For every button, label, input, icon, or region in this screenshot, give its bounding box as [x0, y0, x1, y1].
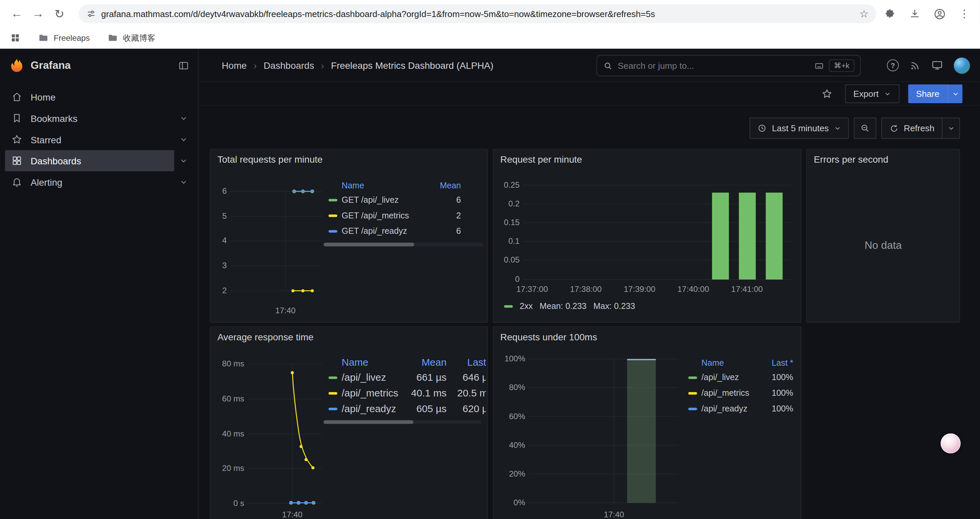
- sidebar-link-starred[interactable]: Starred: [5, 129, 174, 150]
- search-input[interactable]: [618, 61, 810, 71]
- forward-icon: →: [32, 7, 44, 21]
- sidebar-link-alerting[interactable]: Alerting: [5, 171, 174, 193]
- bookmark-star-icon[interactable]: ☆: [858, 7, 870, 21]
- panel-title[interactable]: Total requests per minute: [218, 154, 323, 164]
- series-mean: 605 µs: [408, 403, 447, 414]
- legend-row: /api/_readyz 605 µs 620 µs: [323, 401, 486, 417]
- legend-header: Name Mean: [323, 178, 483, 192]
- legend-row: /api/_readyz 100%: [684, 401, 799, 417]
- floating-avatar[interactable]: [941, 433, 961, 454]
- news-rss-icon[interactable]: [909, 60, 921, 71]
- y-tick: 2: [213, 286, 227, 295]
- panel-title[interactable]: Request per minute: [500, 154, 582, 164]
- forward-button[interactable]: →: [27, 3, 49, 24]
- series-name[interactable]: /api/_readyz: [342, 403, 407, 414]
- series-swatch: [688, 392, 697, 394]
- series-name[interactable]: /api/_livez: [702, 373, 756, 382]
- breadcrumb-dashboards[interactable]: Dashboards: [264, 60, 314, 71]
- export-button[interactable]: Export: [845, 84, 899, 103]
- sidebar-header: Grafana: [0, 49, 198, 83]
- series-name[interactable]: GET /api/_livez: [342, 195, 423, 204]
- refresh-button[interactable]: Refresh: [882, 118, 942, 138]
- y-tick: 40%: [495, 440, 525, 450]
- legend-col-name[interactable]: Name: [329, 180, 424, 190]
- reload-button[interactable]: ↻: [49, 3, 70, 24]
- chevron-down-icon[interactable]: [174, 156, 193, 165]
- y-tick: 60%: [495, 412, 525, 421]
- series-mean: 661 µs: [408, 372, 447, 383]
- site-settings-icon[interactable]: [86, 9, 96, 19]
- series-name[interactable]: 2xx: [520, 302, 533, 311]
- chevron-down-icon[interactable]: [174, 178, 193, 186]
- panel-title[interactable]: Errors per second: [814, 154, 888, 164]
- legend-scrollbar-thumb[interactable]: [323, 420, 414, 424]
- legend-col-mean[interactable]: Mean: [424, 180, 461, 190]
- breadcrumb-home[interactable]: Home: [222, 60, 247, 71]
- grafana-app: Grafana Home: [0, 49, 980, 519]
- bell-icon: [11, 176, 23, 188]
- series-name[interactable]: GET /api/_readyz: [342, 227, 423, 236]
- series-last: 100%: [756, 388, 793, 398]
- series-name[interactable]: /api/_livez: [342, 372, 407, 383]
- panel-legend: Name Mean Last * /api/_livez 661 µs 646 …: [323, 356, 486, 424]
- sidebar-collapse-icon[interactable]: [178, 60, 189, 72]
- apps-grid-icon[interactable]: [10, 32, 21, 43]
- share-button[interactable]: Share: [908, 84, 948, 103]
- bookmark-folder-blogs[interactable]: 收藏博客: [107, 32, 156, 43]
- profile-icon[interactable]: [931, 6, 948, 22]
- bookmark-icon: [11, 113, 23, 124]
- y-tick: 0%: [495, 498, 525, 507]
- legend-col-last[interactable]: Last *: [447, 357, 486, 368]
- legend-col-name[interactable]: Name: [329, 357, 408, 368]
- time-range-picker[interactable]: Last 5 minutes: [749, 118, 849, 139]
- panel-title[interactable]: Average response time: [218, 331, 313, 342]
- zoom-out-button[interactable]: [854, 118, 876, 139]
- browser-menu-icon[interactable]: ⋮: [956, 6, 973, 22]
- legend-col-last[interactable]: Last *: [756, 358, 793, 367]
- chevron-down-icon[interactable]: [174, 114, 193, 123]
- help-icon[interactable]: ?: [887, 59, 899, 72]
- y-tick: 0.2: [495, 199, 520, 208]
- series-name[interactable]: /api/_metrics: [342, 387, 407, 399]
- star-icon: [11, 134, 23, 145]
- y-tick: 5: [213, 211, 227, 221]
- folder-icon: [107, 32, 118, 43]
- legend-col-name[interactable]: Name: [688, 358, 756, 367]
- series-name[interactable]: GET /api/_metrics: [342, 211, 423, 220]
- legend-scrollbar[interactable]: [323, 420, 482, 424]
- refresh-interval-dropdown[interactable]: [942, 118, 959, 138]
- share-dropdown-button[interactable]: [948, 84, 963, 103]
- favorite-star-icon[interactable]: [818, 84, 836, 103]
- panel-under-100ms: Requests under 100ms 100% 80% 60% 40% 20…: [493, 326, 801, 519]
- series-name[interactable]: /api/_metrics: [702, 388, 756, 398]
- legend-scrollbar[interactable]: [323, 243, 483, 246]
- sidebar-link-bookmarks[interactable]: Bookmarks: [5, 107, 174, 129]
- panel-total-requests: Total requests per minute 6 5 4 3 2 17:4…: [210, 149, 488, 323]
- address-bar[interactable]: ☆: [79, 4, 876, 23]
- sidebar-link-home[interactable]: Home: [5, 86, 193, 107]
- y-tick: 20 ms: [212, 463, 244, 473]
- chevron-down-icon[interactable]: [174, 135, 193, 144]
- x-tick: 17:40: [270, 306, 301, 315]
- user-avatar[interactable]: [954, 57, 970, 73]
- extensions-icon[interactable]: [881, 6, 897, 22]
- bookmark-folder-freeleaps[interactable]: Freeleaps: [38, 32, 90, 43]
- monitor-icon[interactable]: [931, 59, 943, 72]
- legend-row: /api/_metrics 40.1 ms 20.5 ms: [323, 385, 486, 401]
- bookmark-label: Freeleaps: [54, 33, 90, 42]
- search-box[interactable]: ⌘+k: [597, 55, 861, 77]
- url-input[interactable]: [101, 9, 858, 19]
- search-icon: [603, 61, 613, 70]
- dashboard-toolbar: Export Share: [199, 82, 980, 105]
- back-button[interactable]: ←: [6, 3, 28, 24]
- time-range-label: Last 5 minutes: [772, 123, 829, 133]
- legend-col-mean[interactable]: Mean: [408, 357, 447, 368]
- download-icon[interactable]: [906, 6, 923, 22]
- series-name[interactable]: /api/_readyz: [702, 404, 756, 414]
- panel-title[interactable]: Requests under 100ms: [500, 331, 597, 342]
- legend-scrollbar-thumb[interactable]: [323, 243, 414, 246]
- clock-icon: [757, 123, 767, 133]
- sidebar-link-dashboards[interactable]: Dashboards: [5, 150, 174, 171]
- chevron-down-icon: [884, 90, 891, 97]
- grafana-logo-icon[interactable]: [10, 58, 24, 73]
